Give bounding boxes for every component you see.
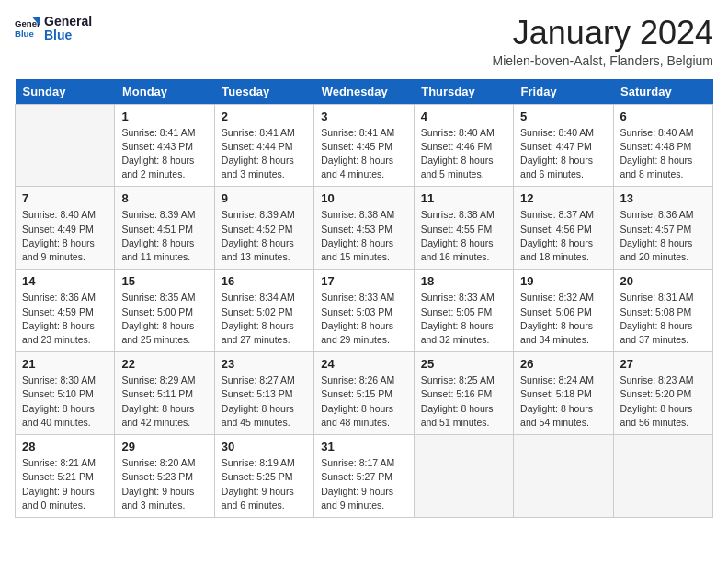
calendar-cell: 14Sunrise: 8:36 AM Sunset: 4:59 PM Dayli…: [16, 270, 115, 352]
weekday-header-wednesday: Wednesday: [314, 79, 414, 105]
day-number: 13: [620, 191, 706, 205]
weekday-header-monday: Monday: [115, 79, 214, 105]
day-number: 18: [421, 274, 506, 288]
calendar-cell: 24Sunrise: 8:26 AM Sunset: 5:15 PM Dayli…: [314, 352, 414, 435]
day-number: 28: [22, 440, 108, 454]
day-info: Sunrise: 8:21 AM Sunset: 5:21 PM Dayligh…: [22, 456, 108, 512]
calendar-cell: 10Sunrise: 8:38 AM Sunset: 4:53 PM Dayli…: [314, 187, 414, 270]
day-info: Sunrise: 8:39 AM Sunset: 4:52 PM Dayligh…: [222, 208, 307, 264]
logo-text-general: General: [44, 15, 92, 29]
day-number: 24: [321, 357, 406, 371]
svg-text:Blue: Blue: [15, 29, 34, 39]
day-number: 22: [121, 357, 207, 371]
day-info: Sunrise: 8:33 AM Sunset: 5:03 PM Dayligh…: [321, 291, 406, 347]
day-info: Sunrise: 8:24 AM Sunset: 5:18 PM Dayligh…: [520, 373, 606, 430]
calendar-cell: 15Sunrise: 8:35 AM Sunset: 5:00 PM Dayli…: [115, 270, 214, 352]
calendar-cell: 27Sunrise: 8:23 AM Sunset: 5:20 PM Dayli…: [613, 352, 712, 435]
weekday-header-row: SundayMondayTuesdayWednesdayThursdayFrid…: [16, 79, 713, 105]
day-number: 16: [222, 274, 307, 288]
calendar-cell: 2Sunrise: 8:41 AM Sunset: 4:44 PM Daylig…: [214, 104, 313, 187]
day-number: 26: [520, 357, 606, 371]
calendar-cell: 13Sunrise: 8:36 AM Sunset: 4:57 PM Dayli…: [613, 187, 712, 270]
day-info: Sunrise: 8:40 AM Sunset: 4:49 PM Dayligh…: [22, 208, 108, 264]
day-number: 31: [321, 440, 406, 454]
calendar-cell: 23Sunrise: 8:27 AM Sunset: 5:13 PM Dayli…: [214, 352, 313, 435]
logo-text-blue: Blue: [44, 29, 92, 42]
day-number: 19: [520, 274, 606, 288]
weekday-header-saturday: Saturday: [613, 79, 712, 105]
day-number: 29: [121, 440, 207, 454]
day-number: 20: [620, 274, 706, 288]
day-number: 21: [22, 357, 108, 371]
day-number: 27: [620, 357, 706, 371]
calendar-cell: 1Sunrise: 8:41 AM Sunset: 4:43 PM Daylig…: [115, 104, 214, 187]
calendar-cell: 26Sunrise: 8:24 AM Sunset: 5:18 PM Dayli…: [514, 352, 613, 435]
day-number: 30: [222, 440, 307, 454]
day-number: 17: [321, 274, 406, 288]
calendar-week-row: 14Sunrise: 8:36 AM Sunset: 4:59 PM Dayli…: [16, 270, 713, 352]
day-info: Sunrise: 8:23 AM Sunset: 5:20 PM Dayligh…: [620, 373, 706, 430]
calendar-cell: 3Sunrise: 8:41 AM Sunset: 4:45 PM Daylig…: [314, 104, 414, 187]
calendar-cell: [16, 104, 115, 187]
calendar-cell: 4Sunrise: 8:40 AM Sunset: 4:46 PM Daylig…: [414, 104, 513, 187]
weekday-header-tuesday: Tuesday: [214, 79, 313, 105]
calendar-cell: 8Sunrise: 8:39 AM Sunset: 4:51 PM Daylig…: [115, 187, 214, 270]
calendar-cell: [514, 435, 613, 518]
logo-icon: General Blue: [15, 16, 40, 41]
calendar-cell: 18Sunrise: 8:33 AM Sunset: 5:05 PM Dayli…: [414, 270, 513, 352]
day-info: Sunrise: 8:34 AM Sunset: 5:02 PM Dayligh…: [222, 291, 307, 347]
day-number: 25: [421, 357, 506, 371]
calendar-cell: 6Sunrise: 8:40 AM Sunset: 4:48 PM Daylig…: [613, 104, 712, 187]
month-title: January 2024: [493, 15, 713, 52]
calendar-cell: 12Sunrise: 8:37 AM Sunset: 4:56 PM Dayli…: [514, 187, 613, 270]
day-number: 5: [520, 109, 606, 123]
day-number: 6: [620, 109, 706, 123]
day-info: Sunrise: 8:38 AM Sunset: 4:55 PM Dayligh…: [421, 208, 506, 264]
day-info: Sunrise: 8:33 AM Sunset: 5:05 PM Dayligh…: [421, 291, 506, 347]
day-info: Sunrise: 8:35 AM Sunset: 5:00 PM Dayligh…: [121, 291, 207, 347]
calendar-cell: 31Sunrise: 8:17 AM Sunset: 5:27 PM Dayli…: [314, 435, 414, 518]
calendar-week-row: 21Sunrise: 8:30 AM Sunset: 5:10 PM Dayli…: [16, 352, 713, 435]
day-number: 2: [222, 109, 307, 123]
calendar-cell: 17Sunrise: 8:33 AM Sunset: 5:03 PM Dayli…: [314, 270, 414, 352]
day-info: Sunrise: 8:17 AM Sunset: 5:27 PM Dayligh…: [321, 456, 406, 512]
day-info: Sunrise: 8:19 AM Sunset: 5:25 PM Dayligh…: [222, 456, 307, 512]
day-number: 15: [121, 274, 207, 288]
calendar-table: SundayMondayTuesdayWednesdayThursdayFrid…: [15, 79, 713, 518]
calendar-week-row: 1Sunrise: 8:41 AM Sunset: 4:43 PM Daylig…: [16, 104, 713, 187]
day-number: 23: [222, 357, 307, 371]
day-number: 14: [22, 274, 108, 288]
calendar-cell: 22Sunrise: 8:29 AM Sunset: 5:11 PM Dayli…: [115, 352, 214, 435]
title-block: January 2024 Mielen-boven-Aalst, Flander…: [493, 15, 713, 68]
calendar-cell: [613, 435, 712, 518]
day-info: Sunrise: 8:37 AM Sunset: 4:56 PM Dayligh…: [520, 208, 606, 264]
calendar-week-row: 7Sunrise: 8:40 AM Sunset: 4:49 PM Daylig…: [16, 187, 713, 270]
weekday-header-sunday: Sunday: [16, 79, 115, 105]
day-number: 10: [321, 191, 406, 205]
calendar-cell: 11Sunrise: 8:38 AM Sunset: 4:55 PM Dayli…: [414, 187, 513, 270]
calendar-cell: 21Sunrise: 8:30 AM Sunset: 5:10 PM Dayli…: [16, 352, 115, 435]
day-info: Sunrise: 8:36 AM Sunset: 4:57 PM Dayligh…: [620, 208, 706, 264]
weekday-header-thursday: Thursday: [414, 79, 513, 105]
day-info: Sunrise: 8:36 AM Sunset: 4:59 PM Dayligh…: [22, 291, 108, 347]
day-number: 3: [321, 109, 406, 123]
calendar-cell: 16Sunrise: 8:34 AM Sunset: 5:02 PM Dayli…: [214, 270, 313, 352]
day-info: Sunrise: 8:40 AM Sunset: 4:47 PM Dayligh…: [520, 126, 606, 182]
day-info: Sunrise: 8:20 AM Sunset: 5:23 PM Dayligh…: [121, 456, 207, 512]
day-info: Sunrise: 8:27 AM Sunset: 5:13 PM Dayligh…: [222, 373, 307, 430]
page-header: General Blue General Blue January 2024 M…: [15, 15, 713, 68]
day-info: Sunrise: 8:41 AM Sunset: 4:45 PM Dayligh…: [321, 126, 406, 182]
day-number: 1: [121, 109, 207, 123]
day-info: Sunrise: 8:40 AM Sunset: 4:46 PM Dayligh…: [421, 126, 506, 182]
calendar-cell: 7Sunrise: 8:40 AM Sunset: 4:49 PM Daylig…: [16, 187, 115, 270]
calendar-cell: 5Sunrise: 8:40 AM Sunset: 4:47 PM Daylig…: [514, 104, 613, 187]
day-info: Sunrise: 8:41 AM Sunset: 4:43 PM Dayligh…: [121, 126, 207, 182]
calendar-cell: 29Sunrise: 8:20 AM Sunset: 5:23 PM Dayli…: [115, 435, 214, 518]
calendar-cell: [414, 435, 513, 518]
day-info: Sunrise: 8:41 AM Sunset: 4:44 PM Dayligh…: [222, 126, 307, 182]
day-info: Sunrise: 8:30 AM Sunset: 5:10 PM Dayligh…: [22, 373, 108, 430]
calendar-week-row: 28Sunrise: 8:21 AM Sunset: 5:21 PM Dayli…: [16, 435, 713, 518]
day-info: Sunrise: 8:38 AM Sunset: 4:53 PM Dayligh…: [321, 208, 406, 264]
day-info: Sunrise: 8:25 AM Sunset: 5:16 PM Dayligh…: [421, 373, 506, 430]
calendar-cell: 25Sunrise: 8:25 AM Sunset: 5:16 PM Dayli…: [414, 352, 513, 435]
